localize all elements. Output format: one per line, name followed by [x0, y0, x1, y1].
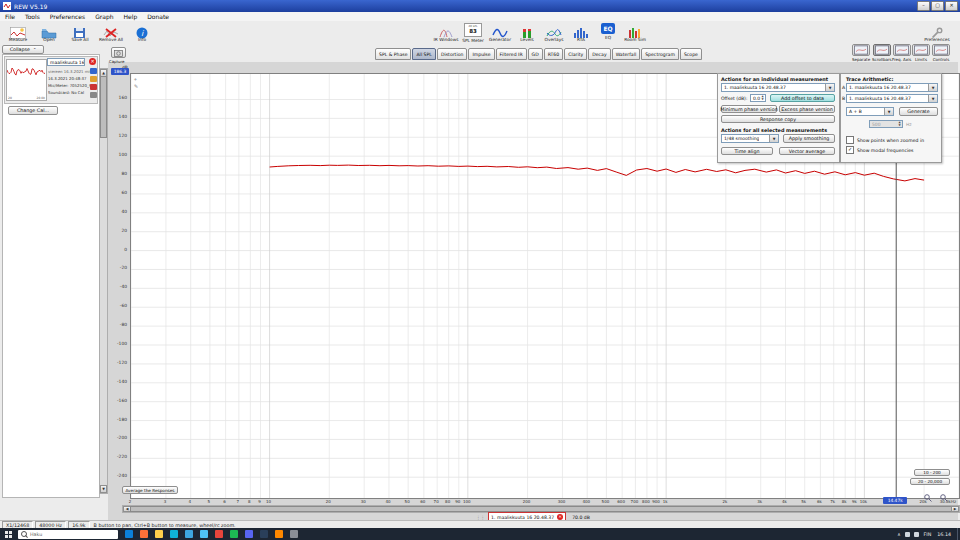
preferences-button[interactable]: Preferences	[918, 22, 956, 46]
generator-button[interactable]: Generator	[486, 22, 514, 46]
sidebar-scrollbar[interactable]: ▲ ▼	[99, 68, 108, 494]
tab-filtered-ir[interactable]: Filtered IR	[496, 48, 527, 60]
taskbar-photos-icon[interactable]	[200, 530, 208, 538]
grid-icon[interactable]	[90, 92, 97, 98]
taskbar-settings-icon[interactable]	[290, 530, 298, 538]
tab-gd[interactable]: GD	[528, 48, 543, 60]
taskbar-mail-icon[interactable]	[185, 530, 193, 538]
zoom-out-icon[interactable]	[940, 487, 948, 506]
measurement-name-field[interactable]: maaliskuuta 16 20.48.37	[47, 58, 85, 66]
range-10-200-button[interactable]: 10 - 200	[914, 469, 950, 476]
tray-network-icon[interactable]	[905, 532, 910, 537]
apply-smoothing-button[interactable]: Apply smoothing	[783, 134, 835, 143]
collapse-button[interactable]: Collapse ⌃	[2, 45, 44, 54]
room-sim-button[interactable]: Room Sim	[621, 22, 649, 46]
generate-button[interactable]: Generate	[899, 107, 938, 116]
tab-waterfall[interactable]: Waterfall	[612, 48, 641, 60]
minimize-button[interactable]: –	[917, 1, 930, 11]
levels-button[interactable]: Levels	[513, 22, 541, 46]
trace-b-select[interactable]: 1. maaliskuuta 16 20.48.37 ▼	[846, 94, 938, 103]
tab-impulse[interactable]: Impulse	[468, 48, 494, 60]
add-offset-button[interactable]: Add offset to data	[770, 94, 835, 102]
average-responses-button[interactable]: Average the Responses	[122, 486, 178, 494]
open-button[interactable]: Open	[33, 22, 65, 46]
menu-preferences[interactable]: Preferences	[45, 13, 90, 20]
chart-icon[interactable]	[90, 68, 97, 74]
menu-file[interactable]: File	[0, 13, 20, 20]
overlays-button[interactable]: Overlays	[540, 22, 568, 46]
minimum-phase-button[interactable]: Minimum phase version	[721, 105, 777, 113]
view-separate-button[interactable]: Separate	[852, 44, 870, 62]
taskbar-search-input[interactable]: Haku	[18, 530, 118, 539]
change-cal-button[interactable]: Change Cal...	[8, 106, 58, 115]
taskbar-firefox-icon[interactable]	[140, 530, 148, 538]
spl-meter-button[interactable]: dB SPL83SPL Meter	[459, 22, 487, 46]
range-20-20000-button[interactable]: 20 - 20,000	[910, 478, 950, 485]
tab-scope[interactable]: Scope	[680, 48, 702, 60]
show-modal-checkbox[interactable]: ✓	[846, 146, 854, 154]
measurement-thumbnail[interactable]: 20 20.0k	[6, 59, 47, 101]
tab-rt60[interactable]: RT60	[544, 48, 564, 60]
info-button[interactable]: iInfo	[126, 22, 158, 46]
taskbar-chrome-icon[interactable]	[215, 530, 223, 538]
tab-all-spl[interactable]: All SPL	[412, 48, 435, 60]
ir-windows-button[interactable]: IR Windows	[432, 22, 460, 46]
legend-grip-icon[interactable]: ⋮⋮	[476, 515, 485, 520]
show-points-checkbox[interactable]	[846, 136, 854, 144]
eq-button[interactable]: EQEQ	[594, 22, 622, 46]
capture-button[interactable]	[111, 47, 126, 58]
view-freq-axis-button[interactable]: Freq. Axis	[892, 44, 911, 62]
tab-distortion[interactable]: Distortion	[437, 48, 468, 60]
trace-a-select[interactable]: 1. maaliskuuta 16 20.48.37 ▼	[846, 83, 938, 92]
menu-graph[interactable]: Graph	[90, 13, 118, 20]
tray-clock[interactable]: 16.14	[937, 532, 951, 537]
save-all-button[interactable]: Save All	[64, 22, 96, 46]
tab-spl-phase[interactable]: SPL & Phase	[375, 48, 411, 60]
rta-button[interactable]: RTA	[567, 22, 595, 46]
pin-cursor-icon[interactable]: ⌖	[134, 76, 137, 83]
response-copy-button[interactable]: Response copy	[721, 115, 835, 123]
x-axis-cursor-readout[interactable]: 14.47k	[883, 497, 907, 504]
offset-spinner[interactable]: 0.0 ▲▼	[750, 94, 766, 102]
tray-language[interactable]: FIN	[924, 532, 932, 537]
menu-tools[interactable]: Tools	[20, 13, 45, 20]
measurement-select[interactable]: 1. maaliskuuta 16 20.48.37 ▼	[721, 83, 835, 92]
note-icon[interactable]: ✎	[134, 83, 138, 89]
close-button[interactable]: ✕	[945, 1, 958, 11]
tray-chevron-icon[interactable]: ∧	[897, 532, 900, 537]
taskbar-explorer-icon[interactable]	[155, 530, 163, 538]
operation-select[interactable]: A + B ▼	[846, 107, 894, 116]
sidebar-scroll-thumb[interactable]	[100, 76, 107, 138]
zoom-in-icon[interactable]	[924, 487, 932, 506]
taskbar-spotify-icon[interactable]	[230, 530, 238, 538]
tray-volume-icon[interactable]	[914, 532, 919, 537]
remove-all-button[interactable]: Remove All	[95, 22, 127, 46]
scroll-down-icon[interactable]: ▼	[100, 485, 107, 493]
maximize-button[interactable]: ▢	[931, 1, 944, 11]
taskbar-edge-icon[interactable]	[125, 530, 133, 538]
measurement-card[interactable]: maaliskuuta 16 20.48.37 ✕ 20 20.0k viere…	[4, 56, 98, 104]
taskbar-discord-icon[interactable]	[245, 530, 253, 538]
taskbar-store-icon[interactable]	[170, 530, 178, 538]
time-align-button[interactable]: Time align	[721, 147, 773, 155]
tab-clarity[interactable]: Clarity	[564, 48, 587, 60]
menu-donate[interactable]: Donate	[142, 13, 174, 20]
title-bar[interactable]: REW V5.19 – ▢ ✕	[0, 0, 960, 12]
taskbar-steam-icon[interactable]	[260, 530, 268, 538]
start-button[interactable]	[5, 531, 12, 538]
measurement-close-icon[interactable]: ✕	[89, 58, 96, 65]
view-limits-button[interactable]: Limits	[912, 44, 930, 62]
tab-spectrogram[interactable]: Spectrogram	[641, 48, 679, 60]
vector-average-button[interactable]: Vector average	[779, 147, 835, 155]
spinner-arrows-icon[interactable]: ▲▼	[760, 95, 765, 101]
taskbar-vlc-icon[interactable]	[275, 530, 283, 538]
excess-phase-button[interactable]: Excess phase version	[779, 105, 835, 113]
smoothing-select[interactable]: 1/48 smoothing ▼	[721, 134, 779, 143]
tab-decay[interactable]: Decay	[588, 48, 610, 60]
pencil-icon[interactable]	[90, 76, 97, 82]
curve-icon[interactable]	[90, 84, 97, 90]
view-scrollbars-button[interactable]: Scrollbars	[872, 44, 892, 62]
view-controls-button[interactable]: Controls	[932, 44, 950, 62]
menu-help[interactable]: Help	[119, 13, 143, 20]
measure-button[interactable]: Measure	[2, 22, 34, 46]
